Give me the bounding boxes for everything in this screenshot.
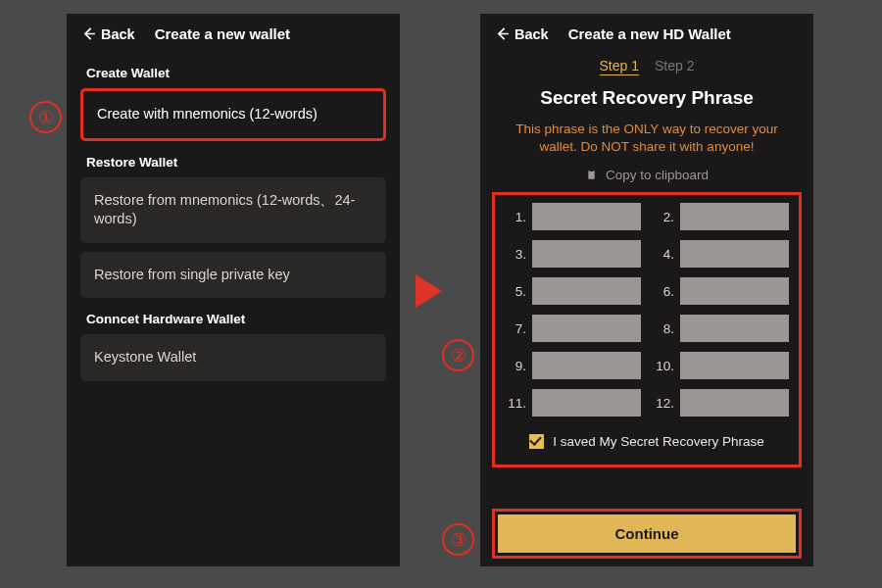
word-number: 5. [505,284,526,299]
word-redacted [680,352,789,379]
word-slot: 1. [505,203,641,230]
screen-title: Create a new wallet [155,25,290,42]
option-keystone-wallet[interactable]: Keystone Wallet [80,334,386,381]
svg-rect-1 [590,170,593,172]
option-restore-mnemonics[interactable]: Restore from mnemonics (12-words、24-word… [80,177,386,243]
step-1: Step 1 [600,58,639,75]
word-number: 9. [505,359,526,373]
word-number: 4. [653,247,674,262]
section-hardware-wallet-label: Conncet Hardware Wallet [67,312,400,326]
back-label: Back [514,26,549,42]
svg-rect-0 [588,172,595,180]
word-number: 6. [653,284,674,299]
word-redacted [680,203,789,230]
header: Back Create a new wallet [67,14,400,52]
word-slot: 6. [653,277,789,305]
word-redacted [532,203,641,230]
step-2: Step 2 [655,58,694,75]
section-create-wallet-label: Create Wallet [67,66,400,80]
word-slot: 9. [505,352,641,379]
annotation-step-3: ③ [442,523,474,556]
recovery-phrase-heading: Secret Recovery Phrase [480,87,813,109]
word-redacted [532,315,641,342]
word-number: 1. [505,210,526,224]
word-number: 12. [653,396,674,411]
word-slot: 5. [505,277,641,305]
word-slot: 10. [653,352,789,379]
recovery-word-grid: 1. 2. 3. 4. 5. 6. 7. 8. 9. 10. 11. 12. [505,203,789,416]
word-slot: 4. [653,240,789,268]
word-slot: 7. [505,315,641,342]
screen-recovery-phrase: Back Create a new HD Wallet Step 1 Step … [480,14,813,566]
arrow-left-icon [494,25,511,42]
annotation-step-2: ② [442,339,474,371]
word-slot: 8. [653,315,789,342]
word-number: 10. [653,359,674,373]
option-create-mnemonics[interactable]: Create with mnemonics (12-words) [80,88,386,141]
option-restore-private-key[interactable]: Restore from single private key [80,252,386,299]
word-number: 3. [505,247,526,262]
word-redacted [532,277,641,305]
annotation-arrow-icon [416,274,442,308]
word-redacted [680,240,789,268]
word-redacted [680,277,789,305]
word-slot: 2. [653,203,789,230]
word-number: 7. [505,321,526,336]
checkbox-icon [529,434,544,449]
step-indicator: Step 1 Step 2 [480,58,813,75]
copy-to-clipboard[interactable]: Copy to clipboard [480,168,813,182]
section-restore-wallet-label: Restore Wallet [67,155,400,170]
word-slot: 12. [653,389,789,416]
word-redacted [680,389,789,416]
continue-button[interactable]: Continue [498,514,796,553]
screen-title: Create a new HD Wallet [568,25,731,42]
continue-highlight: Continue [492,509,802,559]
word-redacted [532,389,641,416]
word-redacted [532,240,641,268]
recovery-warning: This phrase is the ONLY way to recover y… [480,121,813,156]
word-redacted [532,352,641,379]
clipboard-icon [585,169,598,181]
arrow-left-icon [80,25,97,42]
word-slot: 11. [505,389,641,416]
back-button[interactable]: Back [494,25,549,42]
word-redacted [680,315,789,342]
back-button[interactable]: Back [80,25,135,42]
word-number: 2. [653,210,674,224]
saved-phrase-label: I saved My Secret Recovery Phrase [553,434,763,449]
word-number: 8. [653,321,674,336]
word-number: 11. [505,396,526,411]
back-label: Back [101,26,135,42]
recovery-phrase-panel: 1. 2. 3. 4. 5. 6. 7. 8. 9. 10. 11. 12. I… [492,192,802,467]
annotation-step-1: ① [29,101,62,133]
saved-phrase-checkbox[interactable]: I saved My Secret Recovery Phrase [505,434,789,449]
copy-label: Copy to clipboard [606,168,709,182]
word-slot: 3. [505,240,641,268]
screen-create-wallet: Back Create a new wallet Create Wallet C… [67,14,400,566]
header: Back Create a new HD Wallet [480,14,813,52]
